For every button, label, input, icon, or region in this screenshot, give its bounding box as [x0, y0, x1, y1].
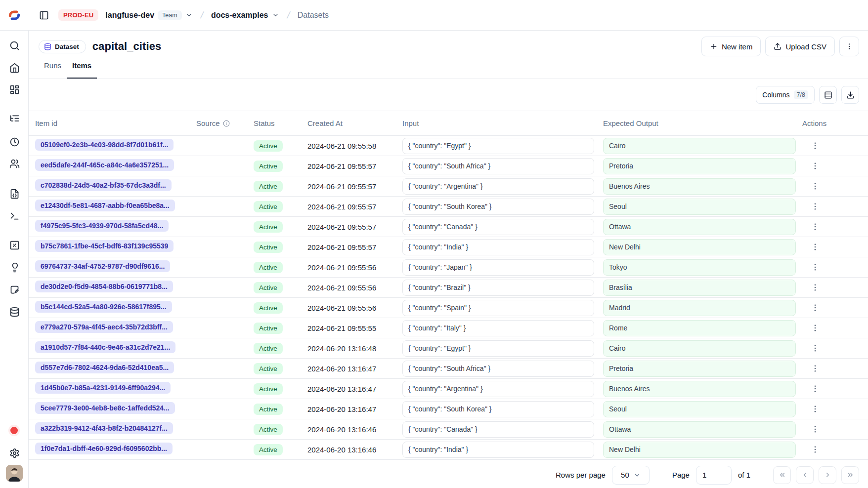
table-row[interactable]: a1910d57-7f84-440c-9e46-a31c2d7e21... Ac… — [29, 338, 868, 359]
table-row[interactable]: f4975c95-5fc3-4939-970d-58fa5cd48... Act… — [29, 217, 868, 237]
evaluation-percent-icon[interactable] — [7, 238, 21, 252]
row-actions-button[interactable] — [808, 422, 822, 436]
input-cell[interactable]: { "country": "South Africa" } — [402, 361, 594, 377]
user-avatar[interactable] — [6, 465, 23, 482]
table-row[interactable]: b5c144cd-52a5-4a80-926e-58617f895... Act… — [29, 298, 868, 318]
row-actions-button[interactable] — [808, 260, 822, 274]
annotation-clipboard-icon[interactable] — [7, 283, 21, 296]
table-row[interactable]: e779a270-579a-4f45-aec4-35b72d3bff... Ac… — [29, 318, 868, 338]
tab-items[interactable]: Items — [67, 61, 97, 79]
tracing-icon[interactable] — [7, 111, 21, 125]
item-id-link[interactable]: eed5dafe-244f-465c-a84c-4a6e357251... — [35, 159, 174, 171]
input-cell[interactable]: { "country": "Canada" } — [402, 219, 594, 235]
previous-page-button[interactable] — [796, 466, 814, 484]
row-actions-button[interactable] — [808, 139, 822, 153]
expected-output-cell[interactable]: Pretoria — [603, 361, 796, 377]
row-actions-button[interactable] — [808, 301, 822, 315]
item-id-link[interactable]: 1d45b0e7-b85a-4231-9149-6ff90a294... — [35, 382, 171, 394]
export-button[interactable] — [841, 86, 859, 104]
expected-output-cell[interactable]: Cairo — [603, 138, 796, 154]
expected-output-cell[interactable]: Seoul — [603, 199, 796, 215]
breadcrumb-datasets[interactable]: Datasets — [298, 11, 329, 20]
datasets-database-icon[interactable] — [7, 305, 21, 319]
table-row[interactable]: c702838d-24d5-40a2-bf35-67dc3a3df... Act… — [29, 176, 868, 197]
organization-name[interactable]: langfuse-dev — [105, 11, 154, 20]
column-header-item-id[interactable]: Item id — [35, 119, 196, 127]
item-id-link[interactable]: c702838d-24d5-40a2-bf35-67dc3a3df... — [35, 179, 172, 191]
row-actions-button[interactable] — [808, 382, 822, 396]
table-row[interactable]: e12430df-5e81-4687-aabb-f0ea65be8a... Ac… — [29, 197, 868, 217]
expected-output-cell[interactable]: Buenos Aires — [603, 178, 796, 195]
expected-output-cell[interactable]: Buenos Aires — [603, 381, 796, 397]
breadcrumb-organization[interactable]: langfuse-dev Team — [105, 10, 192, 20]
expected-output-cell[interactable]: New Delhi — [603, 239, 796, 255]
upload-csv-button[interactable]: Upload CSV — [765, 37, 835, 56]
table-row[interactable]: eed5dafe-244f-465c-a84c-4a6e357251... Ac… — [29, 156, 868, 176]
last-page-button[interactable] — [841, 466, 859, 484]
input-cell[interactable]: { "country": "Canada" } — [402, 421, 594, 438]
item-id-link[interactable]: b75c7861-1fbe-45cf-bdf6-83f139c95539 — [35, 240, 174, 252]
expected-output-cell[interactable]: Rome — [603, 320, 796, 336]
item-id-link[interactable]: de30d2e0-f5d9-4854-88b6-0619771b8... — [35, 281, 173, 292]
row-actions-button[interactable] — [808, 443, 822, 456]
row-height-button[interactable] — [819, 86, 837, 104]
input-cell[interactable]: { "country": "Argentina" } — [402, 381, 594, 397]
tab-runs[interactable]: Runs — [39, 61, 67, 79]
table-row[interactable]: 05109ef0-2e3b-4e03-98dd-8f7d01b61f... Ac… — [29, 136, 868, 156]
item-id-link[interactable]: 05109ef0-2e3b-4e03-98dd-8f7d01b61f... — [35, 139, 174, 151]
expected-output-cell[interactable]: Ottawa — [603, 421, 796, 438]
chevron-down-icon[interactable] — [185, 11, 193, 19]
table-row[interactable]: 69764737-34af-4752-9787-d90df9616... Act… — [29, 257, 868, 278]
input-cell[interactable]: { "country": "South Korea" } — [402, 401, 594, 417]
input-cell[interactable]: { "country": "India" } — [402, 239, 594, 255]
dashboard-icon[interactable] — [7, 82, 21, 96]
users-icon[interactable] — [7, 157, 21, 170]
input-cell[interactable]: { "country": "India" } — [402, 442, 594, 458]
row-actions-button[interactable] — [808, 159, 822, 173]
playground-terminal-icon[interactable] — [7, 209, 21, 223]
home-icon[interactable] — [7, 61, 21, 75]
next-page-button[interactable] — [819, 466, 836, 484]
row-actions-button[interactable] — [808, 321, 822, 335]
item-id-link[interactable]: e12430df-5e81-4687-aabb-f0ea65be8a... — [35, 200, 175, 211]
prompts-file-icon[interactable] — [7, 187, 21, 201]
item-id-link[interactable]: 5cee7779-3e00-4eb8-be8c-1affedd524... — [35, 402, 175, 414]
row-actions-button[interactable] — [808, 179, 822, 193]
settings-gear-icon[interactable] — [7, 446, 21, 460]
input-cell[interactable]: { "country": "Argentina" } — [402, 178, 594, 195]
column-header-created-at[interactable]: Created At — [307, 119, 402, 127]
row-actions-button[interactable] — [808, 240, 822, 254]
input-cell[interactable]: { "country": "Spain" } — [402, 300, 594, 316]
column-header-expected-output[interactable]: Expected Output — [603, 119, 802, 127]
expected-output-cell[interactable]: Cairo — [603, 340, 796, 357]
row-actions-button[interactable] — [808, 200, 822, 213]
columns-button[interactable]: Columns 7/8 — [756, 86, 815, 104]
item-id-link[interactable]: e779a270-579a-4f45-aec4-35b72d3bff... — [35, 321, 173, 333]
page-number-input[interactable] — [696, 466, 732, 485]
table-row[interactable]: 5cee7779-3e00-4eb8-be8c-1affedd524... Ac… — [29, 399, 868, 419]
scores-lightbulb-icon[interactable] — [7, 260, 21, 274]
table-row[interactable]: a322b319-9412-4f43-b8f2-b20484127f... Ac… — [29, 419, 868, 440]
first-page-button[interactable] — [773, 466, 791, 484]
row-actions-button[interactable] — [808, 402, 822, 416]
search-icon[interactable] — [7, 39, 21, 52]
table-row[interactable]: d557e7d6-7802-4624-9da6-52d410ea5... Act… — [29, 359, 868, 379]
expected-output-cell[interactable]: Seoul — [603, 401, 796, 417]
item-id-link[interactable]: b5c144cd-52a5-4a80-926e-58617f895... — [35, 301, 172, 313]
langfuse-logo[interactable] — [0, 9, 29, 22]
item-id-link[interactable]: a322b319-9412-4f43-b8f2-b20484127f... — [35, 422, 173, 434]
breadcrumb-project[interactable]: docs-examples — [211, 11, 279, 20]
item-id-link[interactable]: d557e7d6-7802-4624-9da6-52d410ea5... — [35, 362, 174, 373]
chevron-down-icon[interactable] — [272, 11, 279, 19]
column-header-source[interactable]: Source — [196, 119, 254, 127]
column-header-status[interactable]: Status — [254, 119, 307, 127]
expected-output-cell[interactable]: New Delhi — [603, 442, 796, 458]
dataset-more-actions-button[interactable] — [839, 37, 859, 56]
item-id-link[interactable]: 69764737-34af-4752-9787-d90df9616... — [35, 260, 170, 272]
expected-output-cell[interactable]: Tokyo — [603, 259, 796, 276]
expected-output-cell[interactable]: Pretoria — [603, 158, 796, 174]
item-id-link[interactable]: a1910d57-7f84-440c-9e46-a31c2d7e21... — [35, 341, 175, 353]
recording-indicator[interactable] — [10, 427, 18, 434]
input-cell[interactable]: { "country": "South Korea" } — [402, 199, 594, 215]
row-actions-button[interactable] — [808, 341, 822, 355]
